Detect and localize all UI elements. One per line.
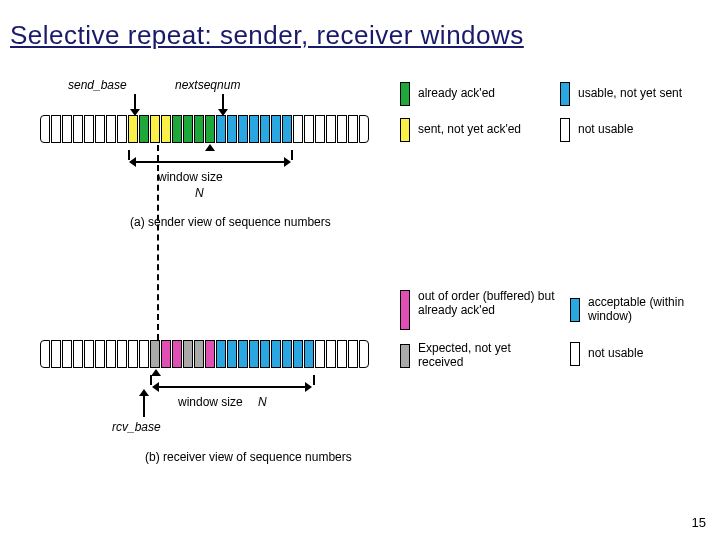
label-nextseqnum: nextseqnum [175,78,240,92]
swatch-yellow [400,118,410,142]
window-tick-right-b [313,375,315,385]
arrow-send-base [134,94,136,110]
legend-not-usable-b: not usable [570,342,643,366]
window-up-a [209,150,211,160]
legend-buffered: out of order (buffered) but already ack'… [400,290,558,330]
label-send-base: send_base [68,78,127,92]
legend-already-acked: already ack'ed [400,82,495,106]
label-window-size-a: window size [158,170,223,184]
receiver-sequence [40,340,370,368]
dashed-connector [157,145,159,340]
window-span-b [158,386,306,388]
arrow-rcv-base [143,395,145,417]
window-tick-right-a [291,150,293,160]
swatch-white-b [570,342,580,366]
legend-text-expected: Expected, not yet received [418,342,558,370]
caption-a: (a) sender view of sequence numbers [130,215,331,229]
swatch-green [400,82,410,106]
swatch-gray [400,344,410,368]
caption-b: (b) receiver view of sequence numbers [145,450,352,464]
legend-expected: Expected, not yet received [400,342,558,370]
legend-text-already-acked: already ack'ed [418,87,495,101]
label-N-a: N [195,186,204,200]
swatch-blue [560,82,570,106]
label-N-b: N [258,395,267,409]
legend-text-usable: usable, not yet sent [578,87,682,101]
legend-sent-not-acked: sent, not yet ack'ed [400,118,521,142]
legend-text-acceptable: acceptable (within window) [588,296,708,324]
legend-text-sent-not-acked: sent, not yet ack'ed [418,123,521,137]
legend-text-not-usable-b: not usable [588,347,643,361]
legend-not-usable-a: not usable [560,118,633,142]
page-number: 15 [692,515,706,530]
label-rcv-base: rcv_base [112,420,161,434]
legend-usable: usable, not yet sent [560,82,682,106]
label-window-size-b: window size [178,395,243,409]
slide-title: Selective repeat: sender, receiver windo… [10,20,524,51]
swatch-white [560,118,570,142]
legend-text-buffered: out of order (buffered) but already ack'… [418,290,558,318]
arrow-nextseqnum [222,94,224,110]
swatch-blue-b [570,298,580,322]
swatch-magenta [400,290,410,330]
legend-acceptable: acceptable (within window) [570,296,708,324]
sender-sequence [40,115,370,143]
legend-text-not-usable-a: not usable [578,123,633,137]
